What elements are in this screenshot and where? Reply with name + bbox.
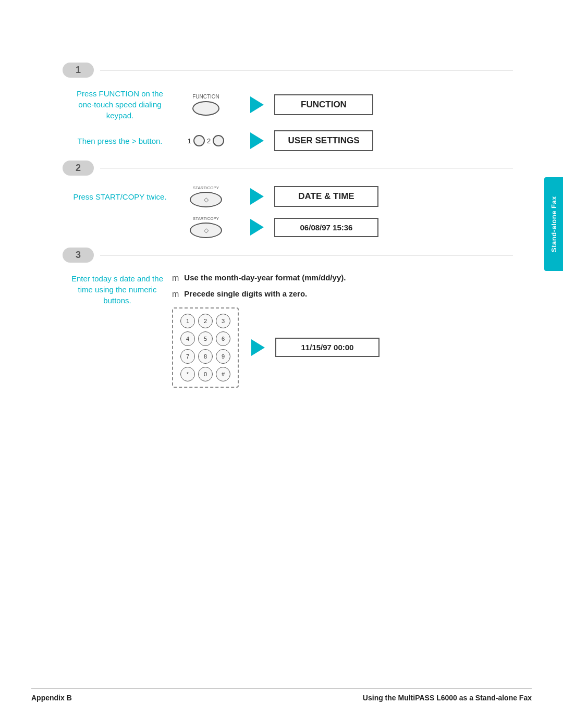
step1-display1: FUNCTION: [274, 94, 373, 115]
step3-bullet2: m Precede single digits with a zero.: [172, 289, 513, 299]
num-label-2: 2: [207, 137, 211, 145]
step1-key2: 1 2: [172, 135, 240, 146]
step1-key1: FUNCTION: [172, 94, 240, 116]
keypad-key-*: *: [180, 367, 195, 381]
main-content: 1 Press FUNCTION on the one-touch speed …: [0, 0, 544, 728]
keypad-key-7: 7: [180, 349, 195, 364]
step1-section: 1 Press FUNCTION on the one-touch speed …: [63, 63, 513, 151]
keypad-key-8: 8: [198, 349, 213, 364]
step3-right: m Use the month-day-year format (mm/dd/y…: [172, 273, 513, 388]
function-key-wrap: FUNCTION: [192, 94, 219, 116]
keypad-key-6: 6: [216, 331, 230, 346]
num-circle-2: [213, 135, 224, 146]
keypad-grid: 123456789*0#: [180, 314, 230, 381]
step3-arrow: [251, 339, 265, 356]
step3-header: 3: [63, 248, 513, 263]
startcopy-wrap2: START/COPY ◇: [190, 217, 222, 238]
keypad-key-3: 3: [216, 314, 230, 328]
num-keys: 1 2: [188, 135, 224, 146]
keypad-box: 123456789*0#: [172, 307, 239, 388]
step2-line: [100, 168, 513, 168]
step2-row1: Press START/COPY twice. START/COPY ◇ DAT…: [63, 186, 513, 207]
bullet-icon-2: m: [172, 290, 179, 299]
step2-arrow1: [250, 188, 264, 205]
startcopy-icon1: ◇: [204, 196, 209, 203]
step3-left: Enter today s date and the time using th…: [68, 273, 172, 306]
keypad-key-0: 0: [198, 367, 213, 381]
side-tab-label: Stand-alone Fax: [550, 196, 558, 252]
footer-left: Appendix B: [31, 694, 72, 702]
keypad-key-2: 2: [198, 314, 213, 328]
step3-section: 3 Enter today s date and the time using …: [63, 248, 513, 388]
step2-key2: START/COPY ◇: [172, 217, 240, 238]
step1-row1: Press FUNCTION on the one-touch speed di…: [63, 88, 513, 121]
step3-bullet1: m Use the month-day-year format (mm/dd/y…: [172, 273, 513, 283]
step1-instruction1: Press FUNCTION on the one-touch speed di…: [68, 88, 172, 121]
step1-row2: Then press the > button. 1 2 USER SETTIN…: [63, 130, 513, 151]
step3-display: 11/15/97 00:00: [275, 338, 380, 357]
step1-header: 1: [63, 63, 513, 78]
step2-arrow2: [250, 219, 264, 236]
step2-row2: START/COPY ◇ 06/08/97 15:36: [63, 217, 513, 238]
startcopy-wrap1: START/COPY ◇: [190, 186, 222, 207]
startcopy-icon2: ◇: [204, 227, 209, 234]
step1-arrow2: [250, 132, 264, 149]
step3-instruction: Enter today s date and the time using th…: [68, 273, 167, 306]
bullet-icon-1: m: [172, 274, 179, 283]
step3-number: 3: [63, 248, 94, 263]
step2-key1: START/COPY ◇: [172, 186, 240, 207]
step1-number: 1: [63, 63, 94, 78]
keypad-key-5: 5: [198, 331, 213, 346]
footer-right: Using the MultiPASS L6000 as a Stand-alo…: [363, 694, 532, 702]
step2-number: 2: [63, 161, 94, 176]
num-label-1: 1: [188, 137, 191, 145]
step3-bullet2-text: Precede single digits with a zero.: [184, 289, 307, 298]
keypad-key-#: #: [216, 367, 230, 381]
step2-display1: DATE & TIME: [274, 186, 378, 207]
step2-section: 2 Press START/COPY twice. START/COPY ◇ D…: [63, 161, 513, 238]
step3-bullet1-text: Use the month-day-year format (mm/dd/yy)…: [184, 273, 346, 282]
function-key-label: FUNCTION: [192, 94, 219, 100]
num-circle-1: [193, 135, 205, 146]
keypad-key-9: 9: [216, 349, 230, 364]
keypad-key-4: 4: [180, 331, 195, 346]
startcopy-oval1: ◇: [190, 192, 222, 207]
step2-display2: 06/08/97 15:36: [274, 218, 378, 237]
step1-line: [100, 70, 513, 70]
step1-instruction2: Then press the > button.: [68, 135, 172, 146]
step2-header: 2: [63, 161, 513, 176]
step1-arrow1: [250, 96, 264, 113]
function-oval-key: [192, 101, 219, 116]
startcopy-label2: START/COPY: [193, 217, 219, 221]
step1-display2: USER SETTINGS: [274, 130, 373, 151]
startcopy-label1: START/COPY: [193, 186, 219, 191]
footer: Appendix B Using the MultiPASS L6000 as …: [31, 688, 532, 702]
step2-instruction1: Press START/COPY twice.: [68, 191, 172, 202]
keypad-key-1: 1: [180, 314, 195, 328]
step3-content: Enter today s date and the time using th…: [63, 273, 513, 388]
step3-line: [100, 255, 513, 255]
keypad-row: 123456789*0# 11/15/97 00:00: [172, 307, 513, 388]
startcopy-oval2: ◇: [190, 223, 222, 238]
side-tab: Stand-alone Fax: [544, 177, 563, 271]
